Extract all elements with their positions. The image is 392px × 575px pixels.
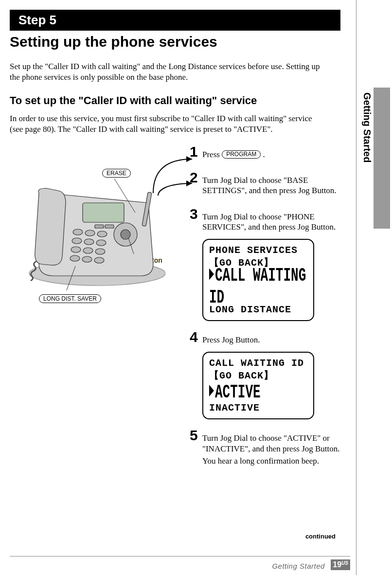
selection-arrow-icon xyxy=(209,269,214,280)
svg-point-8 xyxy=(73,229,83,235)
long-dist-label-pill: LONG DIST. SAVER xyxy=(39,294,101,303)
svg-rect-3 xyxy=(83,203,124,222)
svg-point-15 xyxy=(83,248,93,253)
lcd-line: CALL WAITING ID xyxy=(209,358,307,369)
svg-point-11 xyxy=(72,238,82,244)
step-1-text-after: . xyxy=(263,150,265,159)
page-number-value: 19 xyxy=(333,560,341,569)
svg-rect-6 xyxy=(95,225,104,228)
program-button-pill: PROGRAM xyxy=(222,150,261,159)
lcd-display-2: CALL WAITING ID 【GO BACK】 ACTIVE INACTIV… xyxy=(202,352,314,419)
lcd-line: INACTIVE xyxy=(209,402,307,413)
step-3-text: Turn Jog Dial to choose "PHONE SERVICES"… xyxy=(202,212,340,233)
step-4-text: Press Jog Button. xyxy=(202,335,260,345)
step-number: 5 xyxy=(190,428,202,443)
page-title: Setting up the phone services xyxy=(10,34,350,50)
lcd-line: 【GO BACK】 xyxy=(209,369,307,382)
svg-marker-0 xyxy=(186,156,192,162)
step-5-text-2: You hear a long confirmation beep. xyxy=(202,456,340,466)
intro-paragraph: Set up the "Caller ID with call waiting"… xyxy=(10,61,321,83)
footer-section-name: Getting Started xyxy=(272,562,324,570)
continued-label: continued xyxy=(305,533,336,540)
step-number: 4 xyxy=(190,330,202,344)
svg-point-12 xyxy=(84,239,94,245)
svg-point-17 xyxy=(70,255,80,261)
step-4: 4 Press Jog Button. CALL WAITING ID 【GO … xyxy=(190,330,340,419)
svg-point-9 xyxy=(85,230,95,236)
section-tab-bg xyxy=(374,88,390,229)
svg-marker-1 xyxy=(186,180,192,186)
step-2-text: Turn Jog Dial to choose "BASE SETTINGS",… xyxy=(202,175,340,196)
page-region: US xyxy=(341,560,348,566)
page-number: 19US xyxy=(331,559,350,570)
page-footer: Getting Started 19US xyxy=(10,556,350,570)
svg-point-10 xyxy=(97,231,107,237)
section-tab-label: Getting Started xyxy=(361,92,373,162)
step-1-text-before: Press xyxy=(202,150,222,159)
svg-point-18 xyxy=(82,256,92,262)
illustration-column: ERASE LONG DIST. SAVER Jog Button xyxy=(10,144,190,477)
step-1: 1 Press PROGRAM . xyxy=(190,144,340,162)
step-5-text: Turn Jog Dial to choose "ACTIVE" or "INA… xyxy=(202,433,340,454)
lcd-selected-line: CALL WAITING ID xyxy=(209,265,306,308)
sub-intro-paragraph: In order to use this service, you must f… xyxy=(10,113,321,135)
lcd-display-1: PHONE SERVICES 【GO BACK】 CALL WAITING ID… xyxy=(202,239,314,321)
sub-heading: To set up the "Caller ID with call waiti… xyxy=(10,94,350,107)
step-3: 3 Turn Jog Dial to choose "PHONE SERVICE… xyxy=(190,207,340,322)
phone-illustration xyxy=(19,179,165,290)
svg-point-19 xyxy=(94,257,104,263)
lcd-line: PHONE SERVICES xyxy=(209,245,307,256)
selection-arrow-icon xyxy=(209,385,214,396)
svg-point-14 xyxy=(71,247,81,252)
steps-column: 1 Press PROGRAM . 2 T xyxy=(190,144,340,477)
step-2: 2 Turn Jog Dial to choose "BASE SETTINGS… xyxy=(190,170,340,198)
svg-point-5 xyxy=(121,230,130,239)
step-bar: Step 5 xyxy=(10,10,340,31)
svg-rect-7 xyxy=(105,225,114,228)
step-5: 5 Turn Jog Dial to choose "ACTIVE" or "I… xyxy=(190,428,340,468)
right-sidebar: Getting Started xyxy=(356,0,390,575)
svg-point-16 xyxy=(95,249,105,254)
svg-point-13 xyxy=(96,240,106,246)
lcd-selected-line: ACTIVE xyxy=(215,381,261,403)
